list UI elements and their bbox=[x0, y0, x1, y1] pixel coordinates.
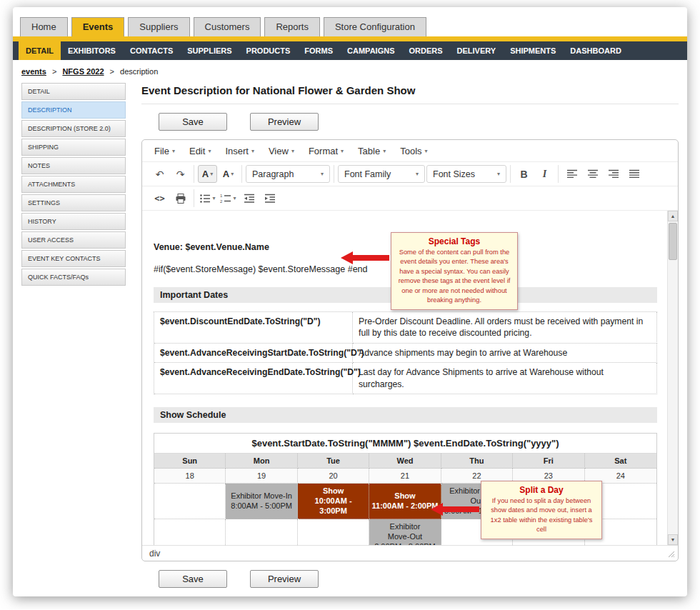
menu-edit[interactable]: Edit▾ bbox=[183, 144, 217, 159]
paragraph-format-dropdown[interactable]: Paragraph▾ bbox=[246, 165, 330, 183]
align-left-button[interactable] bbox=[562, 165, 581, 183]
subtab-dashboard[interactable]: DASHBOARD bbox=[563, 41, 629, 60]
red-arrow-left-icon bbox=[431, 502, 479, 516]
sidebar-item-settings[interactable]: SETTINGS bbox=[21, 194, 126, 211]
italic-button[interactable]: I bbox=[535, 165, 554, 183]
preview-button[interactable]: Preview bbox=[250, 113, 319, 131]
sidebar-item-event-key-contacts[interactable]: EVENT KEY CONTACTS bbox=[21, 250, 126, 267]
sidebar-item-detail[interactable]: DETAIL bbox=[21, 83, 126, 100]
tab-reports[interactable]: Reports bbox=[264, 17, 320, 36]
subtab-detail[interactable]: DETAIL bbox=[19, 41, 61, 60]
subtab-exhibitors[interactable]: EXHIBITORS bbox=[61, 41, 123, 60]
highlight-color-icon: A bbox=[202, 169, 209, 179]
chevron-down-icon: ▾ bbox=[210, 171, 213, 177]
indent-icon bbox=[264, 193, 276, 204]
preview-button[interactable]: Preview bbox=[250, 570, 319, 588]
tab-customers[interactable]: Customers bbox=[194, 17, 261, 36]
resize-grip-icon[interactable] bbox=[666, 549, 675, 558]
dropdown-value: Paragraph bbox=[252, 169, 294, 179]
numbered-list-button[interactable]: 12▾ bbox=[219, 189, 238, 207]
background-color-button[interactable]: A▾ bbox=[198, 165, 217, 183]
tab-home[interactable]: Home bbox=[20, 17, 68, 36]
callout-title: Split a Day bbox=[486, 485, 596, 495]
text-color-button[interactable]: A▾ bbox=[219, 165, 238, 183]
tab-events[interactable]: Events bbox=[71, 17, 125, 36]
table-row: $event.AdvanceReceivingEndDate.ToString(… bbox=[154, 363, 657, 394]
subtab-orders[interactable]: ORDERS bbox=[401, 41, 449, 60]
bold-button[interactable]: B bbox=[514, 165, 534, 183]
menu-label: View bbox=[269, 146, 289, 156]
sidebar-item-notes[interactable]: NOTES bbox=[21, 157, 126, 174]
align-right-icon bbox=[608, 169, 619, 180]
menu-view[interactable]: View▾ bbox=[262, 144, 301, 159]
save-button[interactable]: Save bbox=[159, 570, 227, 588]
bullet-list-button[interactable]: ▾ bbox=[198, 189, 217, 207]
font-sizes-dropdown[interactable]: Font Sizes▾ bbox=[426, 165, 506, 183]
subtab-shipments[interactable]: SHIPMENTS bbox=[503, 41, 563, 60]
event-cell bbox=[154, 519, 226, 545]
align-left-icon bbox=[566, 169, 578, 180]
primary-nav: Home Events Suppliers Customers Reports … bbox=[13, 17, 687, 36]
date-description-cell: Last day for Advance Shipments to arrive… bbox=[353, 363, 657, 394]
print-icon bbox=[175, 193, 186, 204]
menu-label: Insert bbox=[225, 146, 249, 156]
date-tag-cell: $event.AdvanceReceivingEndDate.ToString(… bbox=[154, 363, 353, 394]
subtab-products[interactable]: PRODUCTS bbox=[239, 41, 298, 60]
scroll-down-button[interactable]: ▼ bbox=[668, 534, 678, 545]
undo-button[interactable]: ↶ bbox=[150, 165, 169, 183]
scrollbar-thumb[interactable] bbox=[669, 223, 677, 260]
dropdown-value: Font Sizes bbox=[433, 169, 475, 179]
tab-store-configuration[interactable]: Store Configuration bbox=[324, 17, 426, 36]
sidebar-item-quick-facts[interactable]: QUICK FACTS/FAQs bbox=[21, 269, 126, 286]
sidebar-item-history[interactable]: HISTORY bbox=[21, 213, 126, 230]
page-title: Event Description for National Flower & … bbox=[141, 83, 679, 104]
align-center-button[interactable] bbox=[583, 165, 602, 183]
sidebar-item-description[interactable]: DESCRIPTION bbox=[21, 101, 126, 119]
split-day-callout: Split a Day If you need to split a day b… bbox=[481, 481, 602, 539]
day-header: Sun bbox=[154, 454, 226, 469]
breadcrumb-events[interactable]: events bbox=[21, 67, 46, 76]
menu-format[interactable]: Format▾ bbox=[302, 144, 350, 159]
chevron-down-icon: ▾ bbox=[231, 171, 234, 177]
scroll-up-button[interactable]: ▲ bbox=[668, 211, 678, 221]
menu-label: Table bbox=[358, 146, 380, 156]
indent-button[interactable] bbox=[260, 189, 279, 207]
source-code-button[interactable]: <> bbox=[150, 189, 169, 207]
sidebar-item-attachments[interactable]: ATTACHMENTS bbox=[21, 176, 126, 193]
align-right-button[interactable] bbox=[604, 165, 623, 183]
sidebar: DETAIL DESCRIPTION DESCRIPTION (STORE 2.… bbox=[21, 83, 126, 596]
text-color-icon: A bbox=[223, 169, 229, 179]
table-row: $event.AdvanceReceivingStartDate.ToStrin… bbox=[154, 344, 657, 363]
menu-file[interactable]: File▾ bbox=[148, 144, 181, 159]
important-dates-table: $event.DiscountEndDate.ToString("D") Pre… bbox=[154, 311, 657, 394]
font-family-dropdown[interactable]: Font Family▾ bbox=[338, 165, 425, 183]
day-header: Thu bbox=[441, 454, 513, 469]
breadcrumb-separator: > bbox=[52, 67, 56, 76]
editor-scrollbar[interactable]: ▲ ▼ bbox=[667, 211, 678, 545]
outdent-button[interactable] bbox=[239, 189, 259, 207]
subtab-contacts[interactable]: CONTACTS bbox=[123, 41, 180, 60]
editor-content-area[interactable]: Venue: $event.Venue.Name #if($event.Stor… bbox=[142, 211, 678, 545]
save-button[interactable]: Save bbox=[159, 113, 227, 131]
menu-insert[interactable]: Insert▾ bbox=[219, 144, 261, 159]
redo-button[interactable]: ↷ bbox=[171, 165, 190, 183]
breadcrumb-nfgs-2022[interactable]: NFGS 2022 bbox=[62, 67, 104, 76]
menu-table[interactable]: Table▾ bbox=[351, 144, 392, 159]
subtab-delivery[interactable]: DELIVERY bbox=[450, 41, 504, 60]
subtab-suppliers[interactable]: SUPPLIERS bbox=[180, 41, 239, 60]
event-cell: Show 10:00AM - 3:00PM bbox=[298, 484, 369, 519]
menu-tools[interactable]: Tools▾ bbox=[394, 144, 434, 159]
align-center-icon bbox=[587, 169, 599, 180]
event-cell bbox=[298, 519, 369, 545]
sidebar-item-user-access[interactable]: USER ACCESS bbox=[21, 231, 126, 249]
tab-suppliers[interactable]: Suppliers bbox=[128, 17, 189, 36]
subtab-forms[interactable]: FORMS bbox=[297, 41, 340, 60]
subtab-campaigns[interactable]: CAMPAIGNS bbox=[340, 41, 401, 60]
editor-toolbar-row2: <> ▾ 12▾ bbox=[142, 186, 678, 211]
sidebar-item-shipping[interactable]: SHIPPING bbox=[21, 139, 126, 156]
menu-label: Format bbox=[309, 146, 338, 156]
justify-button[interactable] bbox=[624, 165, 644, 183]
calendar-title: $event.StartDate.ToString("MMMM") $event… bbox=[154, 434, 656, 454]
print-button[interactable] bbox=[171, 189, 190, 207]
sidebar-item-description-store-2[interactable]: DESCRIPTION (STORE 2.0) bbox=[21, 120, 126, 137]
